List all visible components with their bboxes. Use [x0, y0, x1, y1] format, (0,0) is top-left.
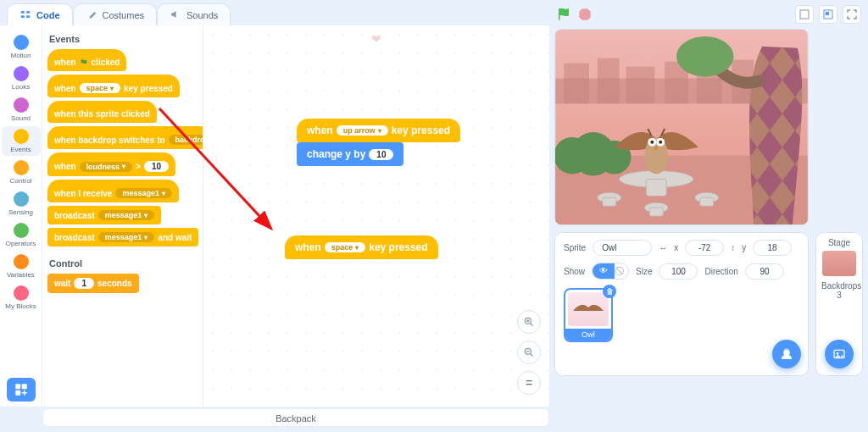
add-sprite-button[interactable] [772, 340, 801, 368]
stage[interactable] [554, 29, 809, 225]
sprite-y-input[interactable]: 18 [753, 240, 792, 256]
broadcast-dropdown[interactable]: message1▾ [98, 210, 155, 220]
chevron-down-icon: ▾ [144, 212, 147, 219]
svg-rect-32 [603, 197, 616, 206]
block-palette[interactable]: Events when clicked when space▾ key pres… [42, 25, 203, 407]
block-broadcast-wait[interactable]: broadcast message1▾ and wait [47, 228, 198, 246]
variables-dot-icon [14, 254, 29, 269]
right-column: Sprite Owl ↔ x -72 ↕ y 18 Show 👁⃠ Size 1… [554, 25, 863, 427]
block-when-receive[interactable]: when I receive message1▾ [47, 180, 179, 202]
fullscreen-button[interactable] [843, 5, 861, 24]
sensing-dot-icon [14, 191, 29, 207]
sprite-label: Sprite [564, 243, 586, 252]
stage-small-button[interactable] [795, 5, 814, 24]
cat-myblocks[interactable]: My Blocks [2, 283, 41, 313]
script-canvas[interactable]: ❤ when up arrow▾ key pressed change y by… [203, 25, 549, 407]
tab-costumes[interactable]: Costumes [73, 3, 158, 25]
chevron-down-icon: ▾ [355, 244, 359, 252]
add-backdrop-button[interactable] [825, 340, 854, 368]
sprite-thumb-name: Owl [565, 329, 611, 341]
tab-sounds[interactable]: Sounds [157, 3, 231, 25]
add-extension-button[interactable] [7, 378, 36, 402]
chevron-down-icon: ▾ [110, 85, 114, 92]
chevron-down-icon: ▾ [162, 190, 165, 197]
key-dropdown[interactable]: space▾ [325, 242, 366, 252]
cat-sensing[interactable]: Sensing [2, 189, 41, 219]
green-flag-button[interactable] [556, 7, 571, 25]
block-when-loudness[interactable]: when loudness▾ > 10 [47, 152, 175, 176]
sprite-thumbnail[interactable]: 🗑 Owl [564, 288, 613, 342]
watermark-icon: ❤ [371, 32, 381, 46]
canvas-change-y-by[interactable]: change y by 10 [297, 142, 403, 166]
x-label: x [674, 243, 678, 252]
cat-looks[interactable]: Looks [2, 64, 41, 93]
cat-events[interactable]: Events [2, 126, 41, 156]
canvas-when-key-uparrow[interactable]: when up arrow▾ key pressed [297, 119, 460, 142]
backdrops-count: 3 [821, 291, 857, 300]
svg-rect-5 [800, 10, 809, 19]
loudness-value-input[interactable]: 10 [144, 161, 169, 172]
script-stack-1[interactable]: when up arrow▾ key pressed change y by 1… [297, 119, 460, 166]
block-when-sprite-clicked[interactable]: when this sprite clicked [47, 101, 157, 123]
looks-dot-icon [14, 66, 29, 81]
change-y-value-input[interactable]: 10 [369, 149, 393, 160]
broadcast-wait-dropdown[interactable]: message1▾ [98, 232, 155, 242]
svg-rect-9 [21, 384, 26, 389]
stage-thumbnail[interactable] [822, 251, 856, 276]
block-when-backdrop-switches[interactable]: when backdrop switches to backdrop1▾ [47, 126, 203, 149]
svg-marker-4 [579, 8, 590, 19]
motion-dot-icon [14, 35, 29, 50]
wait-value-input[interactable]: 1 [74, 278, 94, 289]
stage-large-button[interactable] [819, 5, 837, 24]
stage-scene [555, 30, 808, 224]
block-when-key-pressed[interactable]: when space▾ key pressed [47, 75, 180, 97]
block-wait-seconds[interactable]: wait 1 seconds [47, 274, 139, 293]
direction-label: Direction [704, 267, 737, 276]
canvas-when-key-space[interactable]: when space▾ key pressed [285, 235, 438, 259]
delete-sprite-button[interactable]: 🗑 [603, 285, 616, 298]
stop-button[interactable] [578, 8, 592, 25]
loudness-dropdown[interactable]: loudness▾ [80, 162, 133, 172]
stage-title: Stage [821, 238, 857, 247]
message-dropdown[interactable]: message1▾ [115, 188, 172, 198]
tab-costumes-label: Costumes [103, 10, 145, 20]
cat-variables[interactable]: Variables [2, 252, 41, 281]
zoom-out-button[interactable] [517, 341, 541, 364]
cat-sound[interactable]: Sound [2, 95, 41, 125]
svg-rect-1 [21, 15, 25, 18]
zoom-reset-button[interactable]: = [517, 371, 541, 395]
backdrops-label: Backdrops [821, 281, 857, 291]
speaker-icon [170, 8, 181, 22]
block-broadcast[interactable]: broadcast message1▾ [47, 206, 161, 224]
tab-sounds-label: Sounds [186, 10, 218, 20]
tab-code[interactable]: Code [7, 3, 73, 25]
svg-point-40 [650, 141, 654, 144]
svg-rect-10 [15, 390, 20, 396]
cat-operators[interactable]: Operators [2, 220, 41, 250]
sprite-direction-input[interactable]: 90 [745, 263, 784, 280]
xy-arrows-icon: ↔ [659, 243, 667, 252]
key-dropdown[interactable]: space▾ [80, 83, 121, 93]
svg-rect-7 [826, 12, 829, 15]
svg-rect-20 [626, 67, 655, 104]
chevron-down-icon: ▾ [378, 127, 381, 135]
key-dropdown[interactable]: up arrow▾ [337, 125, 388, 136]
show-label: Show [564, 267, 585, 276]
block-when-flag-clicked[interactable]: when clicked [47, 49, 126, 71]
svg-point-43 [783, 350, 790, 357]
backdrop-dropdown[interactable]: backdrop1▾ [169, 135, 203, 145]
script-stack-2[interactable]: when space▾ key pressed [285, 235, 438, 259]
visibility-toggle[interactable]: 👁⃠ [592, 263, 629, 280]
zoom-in-button[interactable] [517, 310, 541, 334]
svg-rect-19 [598, 58, 620, 104]
cat-motion[interactable]: Motion [2, 32, 41, 62]
sprite-thumb-image [568, 292, 609, 326]
cat-control[interactable]: Control [2, 158, 41, 187]
sprite-size-input[interactable]: 100 [659, 263, 698, 280]
backpack-bar[interactable]: Backpack [42, 408, 549, 427]
svg-rect-8 [15, 384, 20, 389]
sprite-name-input[interactable]: Owl [593, 240, 652, 256]
svg-rect-2 [26, 10, 30, 13]
svg-rect-30 [646, 179, 666, 196]
sprite-x-input[interactable]: -72 [685, 240, 724, 256]
